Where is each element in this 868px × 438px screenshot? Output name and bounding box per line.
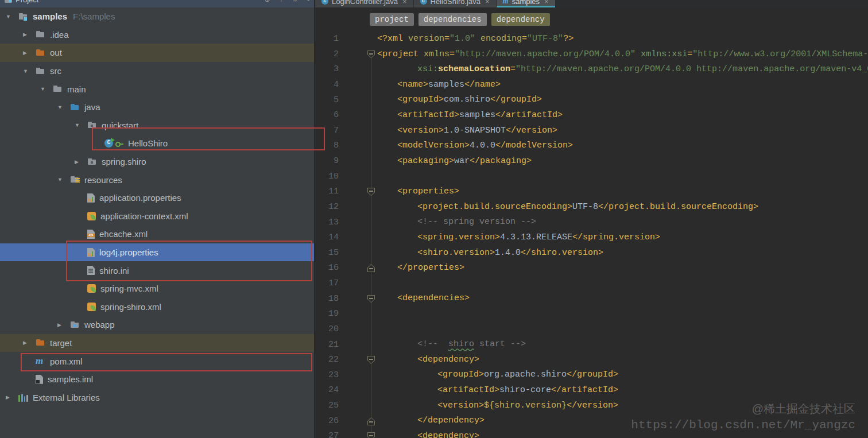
fold-marker-icon[interactable] — [367, 417, 375, 425]
tree-item-idea[interactable]: ▶.idea — [0, 26, 314, 44]
tab-label: samples — [512, 0, 540, 6]
tree-item-webapp[interactable]: ▶webapp — [0, 316, 314, 334]
close-tab-icon[interactable]: × — [402, 0, 407, 6]
tree-item-resources[interactable]: ▼resources — [0, 170, 314, 189]
line-number: 25 — [316, 398, 339, 414]
line-number: 9 — [316, 154, 339, 169]
tree-item-samples-iml[interactable]: samples.iml — [0, 370, 314, 389]
tree-item-spring-mvc-xml[interactable]: spring-mvc.xml — [0, 280, 314, 298]
tree-item-quickstart[interactable]: ▼quickstart — [0, 117, 314, 135]
fold-marker-icon[interactable] — [367, 432, 375, 438]
project-tool-icon — [5, 0, 12, 3]
folder-icon — [36, 30, 45, 39]
close-tab-icon[interactable]: × — [544, 0, 549, 6]
line-number: 11 — [316, 184, 339, 200]
expand-arrow-icon[interactable]: ▼ — [73, 122, 87, 128]
line-number: 12 — [316, 200, 339, 215]
code-line-11: <properties> — [377, 184, 868, 200]
tree-item-spring-shiro[interactable]: ▶spring.shiro — [0, 153, 314, 171]
tree-item-ehcache-xml[interactable]: <>ehcache.xml — [0, 225, 314, 243]
fold-marker-icon[interactable] — [367, 356, 375, 364]
folder-icon — [53, 84, 63, 94]
package-icon — [87, 157, 97, 166]
tab-helloshiro-java[interactable]: CHelloShiro.java× — [414, 0, 497, 7]
tree-item-samples[interactable]: ▼samplesF:\samples — [0, 7, 314, 26]
tree-item-main[interactable]: ▼main — [0, 80, 314, 98]
tree-item-out[interactable]: ▶out — [0, 44, 314, 62]
tab-logincontroller-java[interactable]: CLoginController.java× — [315, 0, 414, 7]
tree-item-target[interactable]: ▶target — [0, 334, 314, 352]
project-path: F:\samples — [73, 11, 115, 21]
breadcrumb-dependency[interactable]: dependency — [491, 13, 550, 26]
spring-icon — [87, 284, 96, 293]
tree-item-label: .idea — [50, 30, 69, 40]
tab-samples[interactable]: msamples× — [497, 0, 556, 7]
fold-marker-icon[interactable] — [367, 264, 375, 272]
expand-arrow-icon[interactable]: ▼ — [56, 177, 70, 183]
expand-arrow-icon[interactable]: ▼ — [5, 14, 18, 20]
panel-header-actions: ⊕↑✳▪ — [265, 0, 309, 3]
project-tree: ▼samplesF:\samples▶.idea▶out▼src▼main▼ja… — [0, 7, 314, 406]
expand-arrow-icon[interactable]: ▶ — [56, 322, 70, 328]
expand-arrow-icon[interactable]: ▼ — [56, 104, 70, 110]
expand-arrow-icon[interactable]: ▶ — [22, 50, 36, 56]
expand-arrow-icon[interactable]: ▼ — [22, 68, 36, 74]
folder-resources-icon — [70, 175, 80, 184]
tree-item-label: resources — [84, 175, 122, 185]
code-line-22: <dependency> — [377, 352, 868, 368]
breadcrumb-project[interactable]: project — [370, 13, 414, 26]
code-line-8: <modelVersion>4.0.0</modelVersion> — [377, 138, 868, 154]
folder-excluded-icon — [36, 48, 45, 57]
iml-icon — [36, 375, 43, 384]
close-tab-icon[interactable]: × — [485, 0, 490, 6]
spring-icon — [87, 303, 96, 311]
project-panel: Project ⊕↑✳▪ ▼samplesF:\samples▶.idea▶ou… — [0, 0, 314, 438]
code-line-4: <name>samples</name> — [377, 77, 868, 93]
expand-arrow-icon[interactable]: ▶ — [5, 394, 18, 400]
line-number: 22 — [316, 352, 339, 368]
collapse-all-icon[interactable]: ↑ — [280, 0, 283, 3]
line-number: 23 — [316, 368, 339, 383]
tree-item-java[interactable]: ▼java — [0, 98, 314, 117]
code-editor[interactable]: <?xml version="1.0" encoding="UTF-8"?><p… — [377, 32, 868, 438]
tree-item-shiro-ini[interactable]: shiro.ini — [0, 261, 314, 280]
line-number: 16 — [316, 261, 339, 276]
extlib-icon — [18, 393, 28, 402]
tree-item-label: log4j.properties — [99, 247, 158, 257]
breadcrumb-dependencies[interactable]: dependencies — [418, 13, 487, 26]
code-line-24: <artifactId>shiro-core</artifactId> — [377, 383, 868, 398]
expand-arrow-icon[interactable]: ▼ — [39, 86, 53, 92]
line-number: 7 — [316, 123, 339, 139]
project-panel-title: Project — [16, 0, 38, 4]
expand-arrow-icon[interactable]: ▶ — [22, 340, 36, 346]
hide-panel-icon[interactable]: ▪ — [307, 0, 309, 3]
expand-arrow-icon[interactable]: ▶ — [73, 159, 87, 165]
class-icon: C — [104, 139, 123, 148]
tree-item-application-properties[interactable]: application.properties — [0, 189, 314, 207]
locate-icon[interactable]: ⊕ — [265, 0, 270, 3]
fold-marker-icon[interactable] — [367, 51, 375, 59]
line-number: 26 — [316, 414, 339, 429]
class-icon: C — [420, 0, 427, 5]
tree-item-spring-shiro-xml[interactable]: spring-shiro.xml — [0, 298, 314, 316]
line-number: 20 — [316, 322, 339, 338]
maven-icon: m — [503, 0, 509, 6]
breadcrumbs: projectdependenciesdependency — [315, 7, 868, 32]
code-line-6: <artifactId>samples</artifactId> — [377, 108, 868, 123]
code-line-13: <!-- spring version --> — [377, 215, 868, 230]
fold-marker-icon[interactable] — [367, 295, 375, 303]
expand-arrow-icon[interactable]: ▶ — [22, 32, 36, 37]
tree-item-src[interactable]: ▼src — [0, 62, 314, 80]
line-number-gutter: 1234567891011121314151617181920212223242… — [316, 32, 342, 438]
tree-item-log4j-properties[interactable]: log4j.properties — [0, 243, 314, 262]
tree-item-external-libraries[interactable]: ▶External Libraries — [0, 388, 314, 406]
watermark-url: https://blog.csdn.net/Mr_yangzc — [631, 417, 855, 433]
line-number: 17 — [316, 276, 339, 292]
fold-marker-icon[interactable] — [367, 188, 375, 196]
tab-label: HelloShiro.java — [431, 0, 480, 6]
tree-item-application-context-xml[interactable]: application-context.xml — [0, 207, 314, 226]
tree-item-pom-xml[interactable]: mpom.xml — [0, 352, 314, 370]
code-line-18: <dependencies> — [377, 291, 868, 307]
tree-item-helloshiro[interactable]: CHelloShiro — [0, 134, 314, 153]
settings-icon[interactable]: ✳ — [292, 0, 298, 3]
